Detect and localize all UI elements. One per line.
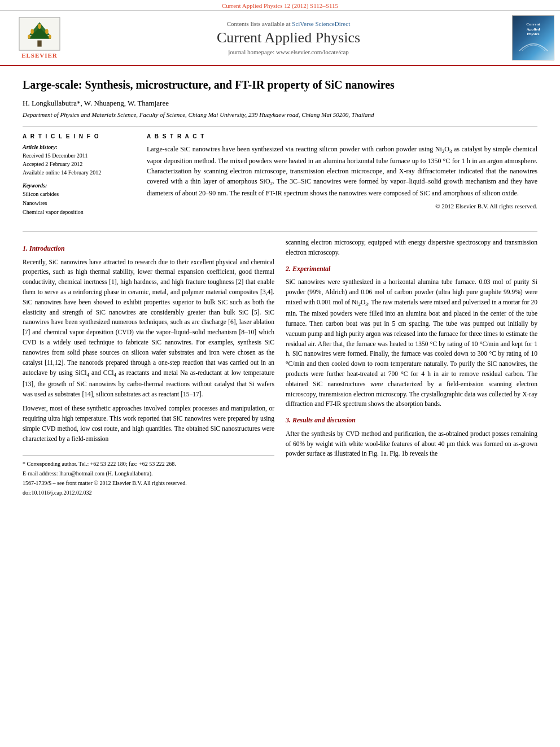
cover-title: CurrentAppliedPhysics [526, 22, 540, 36]
section1-heading: 1. Introduction [23, 243, 274, 254]
article-history-subsection: Article history: Received 15 December 20… [23, 144, 135, 177]
divider-after-abstract [23, 231, 537, 232]
svg-point-8 [28, 34, 30, 38]
keyword-2: Nanowires [23, 199, 135, 208]
article-info-heading: A R T I C L E I N F O [23, 133, 135, 139]
elsevier-tree-icon [17, 17, 62, 51]
article-info-column: A R T I C L E I N F O Article history: R… [23, 133, 135, 222]
elsevier-logo: ELSEVIER [6, 17, 73, 59]
footnote-email-text: E-mail address: lharu@hotmail.com (H. Lo… [23, 470, 153, 477]
keyword-3: Chemical vapor deposition [23, 208, 135, 217]
sciverse-prefix: Contents lists available at [227, 20, 291, 27]
section1-para2: However, most of these synthetic approac… [23, 404, 274, 444]
abstract-column: A B S T R A C T Large-scale SiC nanowire… [147, 133, 537, 222]
available-date: Available online 14 February 2012 [23, 168, 135, 177]
svg-rect-2 [37, 41, 41, 47]
section1-right-para: scanning electron microscopy, equipped w… [286, 238, 537, 258]
article-title: Large-scale: Synthesis, microstructure, … [23, 77, 537, 92]
footnote-issn-text: 1567-1739/$ – see front matter © 2012 El… [23, 480, 187, 486]
body-columns: 1. Introduction Recently, SiC nanowires … [23, 238, 537, 498]
abstract-heading: A B S T R A C T [147, 133, 537, 139]
journal-citation-bar: Current Applied Physics 12 (2012) S112–S… [0, 0, 560, 11]
abstract-text: Large-scale SiC nanowires have been synt… [147, 144, 537, 198]
svg-point-5 [30, 29, 34, 34]
sciverse-link[interactable]: SciVerse ScienceDirect [292, 20, 350, 27]
footnote-corresponding-text: * Corresponding author. Tel.: +62 53 222… [23, 461, 176, 467]
article-authors: H. Longkullabutra*, W. Nhuapeng, W. Tham… [23, 99, 537, 108]
abstract-copyright: © 2012 Elsevier B.V. All rights reserved… [147, 203, 537, 209]
keywords-subsection: Keywords: Silicon carbides Nanowires Che… [23, 182, 135, 217]
article-affiliation: Department of Physics and Materials Scie… [23, 111, 537, 118]
section3-heading: 3. Results and discussion [286, 415, 537, 426]
history-label: Article history: [23, 144, 135, 150]
svg-point-6 [45, 29, 49, 34]
journal-header-center: Contents lists available at SciVerse Sci… [73, 20, 504, 55]
section1-heading-text: 1. Introduction [23, 244, 65, 252]
footnote-area: * Corresponding author. Tel.: +62 53 222… [23, 456, 274, 497]
journal-title: Current Applied Physics [79, 29, 498, 46]
divider-after-affiliation [23, 126, 537, 126]
body-left-column: 1. Introduction Recently, SiC nanowires … [23, 238, 274, 498]
cover-graphic-icon [517, 37, 550, 54]
footnote-issn: 1567-1739/$ – see front matter © 2012 El… [23, 479, 274, 487]
authors-text: H. Longkullabutra*, W. Nhuapeng, W. Tham… [23, 99, 169, 107]
received-date: Received 15 December 2011 [23, 151, 135, 160]
journal-cover-image: CurrentAppliedPhysics [512, 15, 554, 60]
section3-heading-text: 3. Results and discussion [286, 416, 356, 424]
sciverse-line: Contents lists available at SciVerse Sci… [79, 20, 498, 27]
section2-heading: 2. Experimental [286, 264, 537, 274]
journal-citation-text: Current Applied Physics 12 (2012) S112–S… [222, 2, 338, 9]
section2-heading-text: 2. Experimental [286, 265, 330, 273]
footnote-doi-text: doi:10.1016/j.cap.2012.02.032 [23, 490, 92, 496]
keywords-label: Keywords: [23, 182, 135, 189]
elsevier-logo-area: ELSEVIER [6, 17, 73, 59]
body-right-column: scanning electron microscopy, equipped w… [286, 238, 537, 498]
section3-para1: After the synthesis by CVD method and pu… [286, 429, 537, 459]
keyword-1: Silicon carbides [23, 190, 135, 199]
journal-homepage: journal homepage: www.elsevier.com/locat… [79, 49, 498, 55]
accepted-date: Accepted 2 February 2012 [23, 160, 135, 168]
footnote-doi: doi:10.1016/j.cap.2012.02.032 [23, 488, 274, 497]
article-content: Large-scale: Synthesis, microstructure, … [0, 66, 560, 509]
keywords-list: Silicon carbides Nanowires Chemical vapo… [23, 190, 135, 217]
journal-header: ELSEVIER Contents lists available at Sci… [0, 11, 560, 66]
section1-para1: Recently, SiC nanowires have attracted t… [23, 257, 274, 400]
section2-para1: SiC nanowires were synthesized in a hori… [286, 277, 537, 409]
footnote-email: E-mail address: lharu@hotmail.com (H. Lo… [23, 469, 274, 478]
svg-point-7 [38, 24, 41, 29]
svg-point-9 [49, 34, 51, 38]
journal-cover-area: CurrentAppliedPhysics [504, 15, 554, 60]
footnote-corresponding: * Corresponding author. Tel.: +62 53 222… [23, 460, 274, 468]
elsevier-brand-text: ELSEVIER [21, 52, 58, 59]
info-abstract-section: A R T I C L E I N F O Article history: R… [23, 133, 537, 222]
